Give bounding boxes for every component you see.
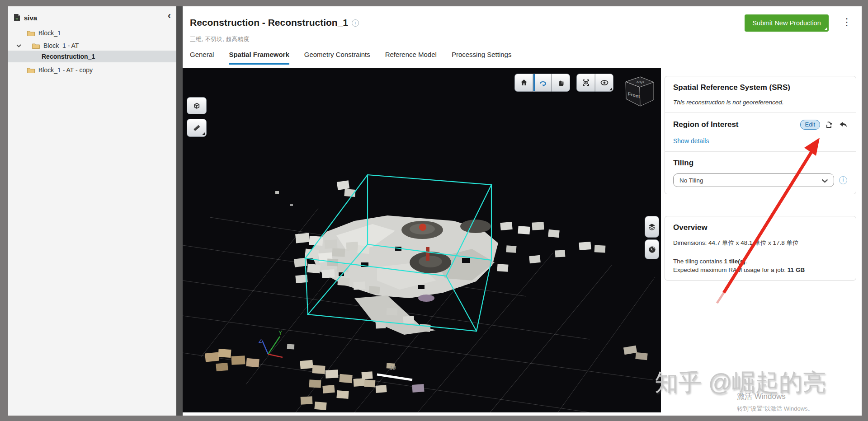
folder-icon — [32, 43, 40, 49]
ruler-icon — [192, 123, 202, 133]
sidebar-main-divider — [176, 6, 183, 416]
folder-icon — [27, 67, 35, 73]
roi-export-button[interactable] — [825, 121, 834, 129]
scale-bar — [377, 374, 412, 380]
bounding-box-tool-button[interactable] — [187, 97, 207, 114]
overview-ram-line: Expected maximum RAM usage for a job: 11… — [673, 267, 848, 273]
tab-reference-model[interactable]: Reference Model — [385, 51, 437, 65]
page-title: Reconstruction - Reconstruction_1i — [190, 17, 359, 28]
visibility-button[interactable] — [595, 74, 613, 92]
zoom-extents-button[interactable] — [576, 74, 595, 92]
tiling-section: Tiling No Tiling i — [665, 152, 856, 194]
folder-icon — [27, 30, 35, 36]
srs-title: Spatial Reference System (SRS) — [673, 83, 848, 92]
roi-show-details-link[interactable]: Show details — [673, 137, 709, 145]
layers-icon — [647, 222, 656, 231]
tree-item-block1-at[interactable]: Block_1 - AT — [8, 40, 176, 51]
navigation-toolbar — [514, 74, 570, 92]
reconstruction-scene: Z Y 10 — [183, 68, 661, 412]
scale-bar-label: 10 — [390, 365, 396, 371]
tree-item-block1[interactable]: Block_1 — [8, 27, 176, 39]
title-info-icon[interactable]: i — [352, 19, 359, 27]
ram-value: 11 GB — [788, 267, 805, 273]
tab-spatial-framework[interactable]: Spatial Framework — [229, 51, 289, 65]
tree-item-label: Block_1 — [38, 29, 61, 37]
project-file-icon — [14, 14, 20, 22]
page-title-text: Reconstruction - Reconstruction_1 — [190, 17, 348, 28]
orbit-icon — [538, 78, 547, 88]
globe-icon — [648, 245, 656, 254]
undo-arrow-icon — [839, 121, 848, 128]
tab-bar: General Spatial Framework Geometry Const… — [190, 51, 511, 65]
tree-item-label: Reconstruction_1 — [42, 53, 95, 60]
chevron-down-icon — [821, 179, 828, 183]
3d-viewport[interactable]: Z Y 10 — [183, 68, 661, 412]
home-icon — [519, 78, 528, 87]
axis-triad — [262, 337, 283, 357]
tiles-count: 1 tile(s) — [724, 258, 745, 265]
tab-geometry-constraints[interactable]: Geometry Constraints — [304, 51, 370, 65]
tree-item-label: Block_1 - AT — [43, 42, 79, 49]
home-view-button[interactable] — [514, 74, 533, 92]
tiling-title: Tiling — [673, 159, 848, 168]
spatial-settings-card: Spatial Reference System (SRS) This reco… — [665, 76, 856, 194]
flyout-triangle — [609, 88, 612, 90]
roi-section: Region of Interest Edit — [665, 113, 856, 151]
tree-item-reconstruction1-selected[interactable]: Reconstruction_1 — [8, 51, 176, 62]
axis-z-label: Z — [259, 338, 262, 344]
measure-tool-button[interactable] — [187, 119, 207, 137]
layers-panel-button[interactable] — [645, 216, 659, 238]
globe-basemap-button[interactable] — [645, 239, 659, 259]
more-options-kebab-icon[interactable]: ⋮ — [842, 16, 852, 28]
overview-title: Overview — [673, 223, 848, 232]
chevron-down-icon[interactable] — [16, 44, 21, 47]
tiling-mode-select[interactable]: No Tiling — [673, 173, 834, 187]
roi-title: Region of Interest — [673, 120, 739, 129]
cube-icon — [192, 101, 202, 111]
srs-note: This reconstruction is not georeferenced… — [673, 99, 848, 106]
roi-edit-button[interactable]: Edit — [800, 120, 820, 130]
zoom-extents-icon — [581, 78, 590, 87]
axis-y-label: Y — [278, 330, 282, 336]
flyout-triangle — [202, 132, 205, 135]
overview-section: Overview Dimensions: 44.7 单位 x 48.1 单位 x… — [665, 216, 856, 280]
overview-tiles-line: The tiling contains 1 tile(s). — [673, 258, 848, 265]
navigation-cube[interactable]: Top Front — [622, 73, 656, 112]
overview-card: Overview Dimensions: 44.7 单位 x 48.1 单位 x… — [665, 216, 856, 281]
settings-panel: Spatial Reference System (SRS) This reco… — [661, 68, 862, 412]
red-marker — [419, 224, 426, 231]
project-tree-sidebar: ‹ siva Block_1 Block_1 - AT Reconstructi… — [8, 6, 176, 416]
tree-root-label: siva — [24, 14, 37, 22]
pan-tool-button[interactable] — [552, 74, 570, 92]
eye-icon — [599, 78, 609, 87]
main-content: Reconstruction - Reconstruction_1i 三维, 不… — [183, 6, 862, 416]
view-toolbar — [576, 74, 613, 92]
submit-new-production-button[interactable]: Submit New Production — [745, 14, 829, 32]
srs-section: Spatial Reference System (SRS) This reco… — [665, 76, 856, 112]
orbit-tool-button[interactable] — [533, 74, 552, 92]
roi-reset-button[interactable] — [839, 121, 848, 128]
overview-dimensions: Dimensions: 44.7 单位 x 48.1 单位 x 17.8 单位 — [673, 239, 848, 247]
tree-item-block1-at-copy[interactable]: Block_1 - AT - copy — [8, 64, 176, 76]
tab-general[interactable]: General — [190, 51, 214, 65]
tiles-suffix: . — [745, 258, 747, 265]
tiling-info-icon[interactable]: i — [839, 176, 847, 184]
red-streak — [426, 247, 429, 261]
tiling-selected-value: No Tiling — [679, 177, 703, 184]
tiles-prefix: The tiling contains — [673, 258, 724, 265]
tree-item-label: Block_1 - AT - copy — [38, 66, 93, 74]
export-arrow-icon — [825, 121, 834, 129]
tree-root-project[interactable]: siva — [8, 12, 176, 23]
ram-prefix: Expected maximum RAM usage for a job: — [673, 267, 788, 273]
page-subtitle: 三维, 不切块, 超高精度 — [190, 35, 249, 43]
hand-pan-icon — [557, 78, 566, 87]
tab-processing-settings[interactable]: Processing Settings — [452, 51, 512, 65]
